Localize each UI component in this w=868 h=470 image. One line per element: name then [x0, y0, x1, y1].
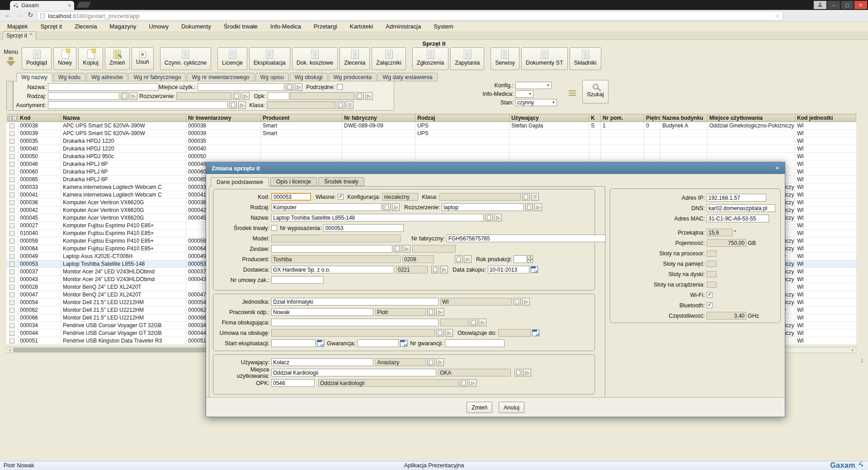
filter-tab[interactable]: Wg producenta: [329, 73, 377, 81]
row-checkbox[interactable]: [9, 254, 14, 259]
lookup-icon[interactable]: [513, 298, 521, 306]
stan-select[interactable]: czynny: [515, 99, 557, 106]
toolbar-button[interactable]: Usuń: [132, 47, 154, 70]
lookup-icon[interactable]: [485, 214, 493, 221]
open-icon[interactable]: [392, 203, 400, 211]
opk-input[interactable]: 0546: [271, 379, 315, 387]
row-checkbox[interactable]: [9, 208, 14, 213]
expand-collapse-all[interactable]: +-: [6, 114, 18, 122]
new-tab-button[interactable]: [76, 2, 91, 8]
filter-tab[interactable]: Wg nr fabrycznego: [128, 73, 186, 81]
lookup-icon[interactable]: [522, 193, 530, 201]
szukaj-button[interactable]: Szukaj: [582, 80, 609, 103]
open-icon[interactable]: [522, 298, 530, 306]
nr-fabryczny-input[interactable]: FGH5675675765: [447, 235, 606, 242]
menu-item[interactable]: Zlecenia: [68, 23, 103, 30]
toolbar-button[interactable]: Serwisy: [491, 47, 519, 70]
pracownik-input[interactable]: Nowak: [271, 308, 373, 316]
menu-item[interactable]: System: [427, 23, 459, 30]
toolbar-button[interactable]: Licencje: [217, 47, 247, 70]
lookup-icon[interactable]: [470, 319, 477, 326]
open-icon[interactable]: [534, 203, 542, 211]
dialog-titlebar[interactable]: Zmiana sprzętu it ✕: [206, 162, 785, 174]
infomedica-select[interactable]: [515, 90, 533, 98]
asortyment-input[interactable]: [48, 101, 228, 109]
column-header[interactable]: Miejsce użytkowania: [708, 114, 795, 122]
row-checkbox[interactable]: [9, 246, 14, 251]
profile-icon[interactable]: [814, 1, 826, 9]
toolbar-button[interactable]: Podgląd: [22, 47, 52, 70]
app-tab-close-icon[interactable]: ✕: [29, 32, 33, 37]
column-header[interactable]: Nr fabryczny: [342, 114, 415, 122]
row-checkbox[interactable]: [9, 285, 14, 290]
toolbar-button[interactable]: Zgłoszenia: [412, 47, 448, 70]
anuluj-button[interactable]: Anuluj: [499, 402, 524, 413]
toolbar-button[interactable]: Czynn. cykliczne: [160, 47, 211, 70]
open-icon[interactable]: [524, 369, 531, 376]
lookup-icon[interactable]: [394, 245, 401, 253]
row-checkbox[interactable]: [9, 146, 14, 151]
table-row[interactable]: 000035 Drukarka HPDJ 1220 000035 WI: [6, 137, 856, 145]
calendar-icon[interactable]: [531, 266, 538, 273]
dns-input[interactable]: kar02.domenaszpitala.pl: [707, 204, 775, 212]
zmien-button[interactable]: Zmień: [467, 402, 492, 413]
column-header[interactable]: Używający: [509, 114, 589, 122]
open-icon[interactable]: [440, 266, 448, 273]
open-icon[interactable]: [445, 329, 453, 337]
menu-item[interactable]: Umowy: [143, 23, 175, 30]
row-checkbox[interactable]: [9, 169, 14, 174]
row-checkbox[interactable]: [9, 262, 14, 267]
menu-item[interactable]: Magazyny: [103, 23, 142, 30]
dropdown-icon[interactable]: [346, 101, 354, 109]
toolbar-button[interactable]: Składniki: [570, 47, 601, 70]
row-checkbox[interactable]: [9, 123, 14, 128]
row-checkbox[interactable]: [9, 308, 14, 313]
opk-code-input[interactable]: [268, 92, 289, 100]
lookup-icon[interactable]: [286, 83, 293, 91]
calendar-icon[interactable]: [317, 340, 324, 347]
toolbar-button[interactable]: Eksploatacja: [249, 47, 290, 70]
menu-item[interactable]: Info-Medica: [264, 23, 307, 30]
row-checkbox[interactable]: [9, 139, 14, 144]
menu-item[interactable]: Kartoteki: [344, 23, 379, 30]
open-icon[interactable]: [479, 319, 486, 326]
dostawca-input[interactable]: GX Hardware Sp. z o.o.: [271, 266, 394, 273]
adres-ip-input[interactable]: 192.168.1.57: [707, 194, 766, 202]
lookup-icon[interactable]: [460, 379, 467, 387]
rodzaj-input[interactable]: Komputer: [271, 203, 382, 211]
row-checkbox[interactable]: [9, 323, 14, 328]
column-header[interactable]: Nazwa budynku: [660, 114, 708, 122]
row-checkbox[interactable]: [9, 338, 14, 343]
row-checkbox[interactable]: [9, 177, 14, 182]
browser-tab[interactable]: Gaxam ✕: [10, 1, 74, 10]
nazwa-input[interactable]: [48, 83, 159, 91]
row-checkbox[interactable]: [9, 269, 14, 274]
konfig-select[interactable]: [515, 82, 552, 89]
miejsce-uzytk-input[interactable]: [198, 83, 284, 91]
scroll-left-icon[interactable]: ◂: [7, 348, 13, 352]
calendar-icon[interactable]: [400, 340, 407, 347]
toolbar-button[interactable]: Zmień: [105, 47, 130, 70]
toolbar-button[interactable]: Nowy: [53, 47, 76, 70]
toolbar-button[interactable]: Załączniki: [372, 47, 406, 70]
column-header[interactable]: Nazwa: [61, 114, 186, 122]
nr-umowy-input[interactable]: [271, 276, 324, 284]
row-checkbox[interactable]: [9, 292, 14, 297]
column-header[interactable]: Rodzaj: [415, 114, 509, 122]
table-row[interactable]: 000039 APC UPS Smart SC 620VA-390W 00003…: [6, 130, 856, 137]
table-row[interactable]: 000050 Drukarka HPDJ 950c 000050 WI: [6, 153, 856, 160]
open-icon[interactable]: [403, 245, 410, 253]
row-checkbox[interactable]: [9, 185, 14, 190]
toolbar-button[interactable]: Dok. kosztowe: [292, 47, 338, 70]
miejsce-uzytkowania-input[interactable]: Oddział Kardiologii: [271, 369, 436, 376]
url-bar[interactable]: localhost :8180/gxstart_prezent/app ☆: [37, 11, 783, 20]
row-checkbox[interactable]: [9, 162, 14, 167]
bluetooth-checkbox[interactable]: [707, 302, 712, 308]
lookup-icon[interactable]: [121, 92, 128, 100]
spinner-icon[interactable]: ▲▼: [528, 255, 533, 263]
toolbar-button[interactable]: Dokumenty ST: [521, 47, 568, 70]
reload-icon[interactable]: ↻: [25, 11, 35, 19]
nazwa-input[interactable]: Laptop Toshiba Satellite L855-148: [271, 214, 484, 221]
lookup-icon[interactable]: [427, 308, 435, 316]
filter-tab[interactable]: Wg nazwy: [16, 73, 52, 82]
